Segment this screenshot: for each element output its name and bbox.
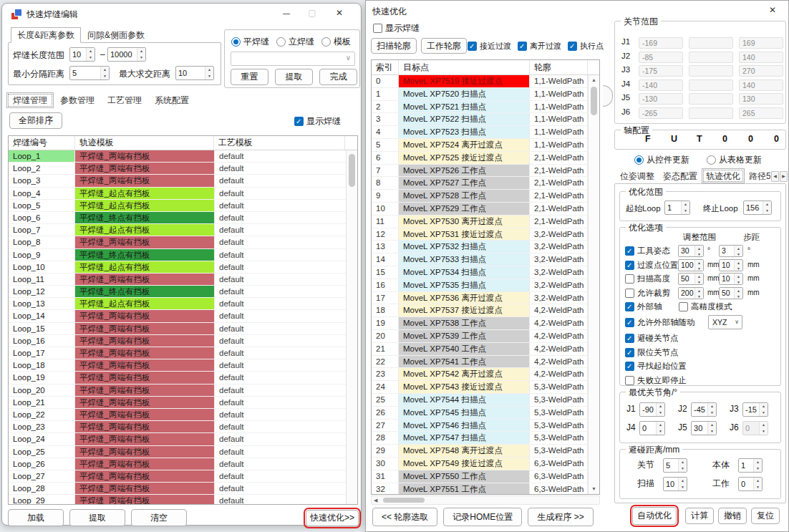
group-button[interactable]: 提取 bbox=[275, 69, 313, 85]
weld-type-radio[interactable]: 模板 bbox=[321, 36, 351, 48]
option-checkbox[interactable] bbox=[625, 274, 634, 284]
point-row[interactable]: 29MoveL XP7548 离开过渡点5,3-WeldPath bbox=[372, 445, 599, 458]
point-row[interactable]: 11MoveL XP7530 离开过渡点2,1-WeldPath bbox=[372, 216, 599, 228]
settings-tab[interactable]: 轨迹优化 bbox=[702, 168, 745, 183]
spinner-up-icon[interactable]: ▲ bbox=[695, 246, 703, 251]
spinner-down-icon[interactable]: ▼ bbox=[679, 465, 687, 472]
table-row[interactable]: Loop_18平焊缝_两端有挡板default bbox=[9, 359, 357, 372]
spinner-down-icon[interactable]: ▼ bbox=[695, 251, 703, 257]
spinner-down-icon[interactable]: ▼ bbox=[754, 484, 762, 490]
table-row[interactable]: Loop_25平焊缝_两端有挡板default bbox=[9, 446, 357, 458]
spinner[interactable]: 200▲▼ bbox=[678, 287, 704, 299]
spinner[interactable]: 10▲▼ bbox=[719, 259, 743, 271]
spinner[interactable]: 30▲▼ bbox=[678, 245, 704, 257]
point-table-hscrollbar[interactable]: ◀ bbox=[371, 495, 600, 505]
spinner-up-icon[interactable]: ▲ bbox=[735, 274, 742, 279]
table-row[interactable]: Loop_5平焊缝_起点有挡板default bbox=[9, 200, 357, 212]
table-row[interactable]: Loop_13平焊缝_起点有挡板default bbox=[9, 298, 357, 310]
external-axis-checkbox[interactable] bbox=[625, 302, 634, 311]
panel-collapse-handle[interactable] bbox=[603, 85, 613, 107]
checkbox[interactable] bbox=[468, 42, 477, 51]
spinner[interactable]: 0▲▼ bbox=[738, 477, 763, 491]
table-row[interactable]: Loop_1平焊缝_两端有挡板default bbox=[9, 150, 357, 163]
option-checkbox[interactable] bbox=[625, 261, 634, 270]
param-tab[interactable]: 长度&距离参数 bbox=[11, 27, 81, 43]
point-row[interactable]: 16MoveL XP7535 扫描点3,2-WeldPath bbox=[372, 279, 599, 292]
spinner-up-icon[interactable]: ▲ bbox=[101, 67, 109, 73]
spinner[interactable]: 0▲▼ bbox=[639, 421, 665, 435]
table-row[interactable]: Loop_9平焊缝_终点有挡板default bbox=[9, 249, 357, 261]
table-row[interactable]: Loop_12平焊缝_终点有挡板default bbox=[9, 286, 357, 298]
spinner-up-icon[interactable]: ▲ bbox=[682, 201, 689, 208]
spinner-down-icon[interactable]: ▼ bbox=[657, 410, 664, 416]
group-button[interactable]: 重置 bbox=[231, 69, 268, 85]
table-row[interactable]: Loop_3平焊缝_两端有挡板default bbox=[9, 175, 357, 187]
point-row[interactable]: 21MoveL XP7540 工作点4,2-WeldPath bbox=[372, 343, 599, 356]
spinner-down-icon[interactable]: ▼ bbox=[695, 266, 703, 271]
option-checkbox[interactable] bbox=[625, 246, 634, 256]
opt-bottom-button[interactable]: 生成程序 >> bbox=[528, 508, 593, 526]
main-tab[interactable]: 工艺管理 bbox=[101, 92, 148, 108]
point-row[interactable]: 7MoveL XP7526 工作点2,1-WeldPath bbox=[372, 165, 599, 178]
point-row[interactable]: 12MoveL XP7531 接近过渡点3,2-WeldPath bbox=[372, 228, 599, 241]
spinner-up-icon[interactable]: ▲ bbox=[708, 422, 716, 428]
spinner[interactable]: 0▲▼ bbox=[742, 421, 768, 435]
spinner-up-icon[interactable]: ▲ bbox=[735, 260, 742, 266]
update-mode-radio[interactable]: 从控件更新 bbox=[634, 154, 689, 166]
table-row[interactable]: Loop_8平焊缝_两端有挡板default bbox=[9, 236, 357, 248]
scroll-down-icon[interactable]: ▼ bbox=[589, 484, 599, 494]
target-point-table[interactable]: 索引 目标点 轮廓 0MoveL XP7519 接近过渡点1,1-WeldPat… bbox=[371, 59, 600, 495]
spinner[interactable]: 156▲▼ bbox=[743, 200, 772, 215]
settings-tab[interactable]: 姿态配置 bbox=[659, 168, 702, 183]
spinner[interactable]: 1▲▼ bbox=[738, 458, 763, 473]
main-tab[interactable]: 参数管理 bbox=[54, 92, 101, 108]
bottom-button[interactable]: 提取 bbox=[69, 509, 125, 526]
point-row[interactable]: 18MoveL XP7537 接近过渡点4,2-WeldPath bbox=[372, 304, 599, 317]
group-button[interactable]: 完成 bbox=[319, 69, 357, 85]
radio[interactable] bbox=[707, 155, 716, 165]
spinner[interactable]: 50▲▼ bbox=[678, 273, 704, 285]
option-checkbox[interactable] bbox=[625, 376, 634, 385]
spinner-down-icon[interactable]: ▼ bbox=[695, 279, 703, 285]
option-checkbox[interactable] bbox=[625, 289, 634, 298]
settings-button[interactable]: 撤销 bbox=[718, 508, 747, 524]
spinner-up-icon[interactable]: ▲ bbox=[695, 274, 703, 279]
spinner-down-icon[interactable]: ▼ bbox=[205, 73, 213, 79]
spinner-down-icon[interactable]: ▼ bbox=[735, 279, 742, 285]
radio[interactable] bbox=[321, 37, 331, 47]
opt-bottom-button[interactable]: 记录HOME位置 bbox=[443, 508, 522, 526]
point-row[interactable]: 27MoveL XP7546 扫描点5,3-WeldPath bbox=[372, 420, 599, 432]
settings-button[interactable]: 计算 bbox=[685, 508, 714, 524]
point-row[interactable]: 15MoveL XP7534 扫描点3,2-WeldPath bbox=[372, 266, 599, 279]
point-row[interactable]: 26MoveL XP7545 扫描点5,3-WeldPath bbox=[372, 407, 599, 420]
option-checkbox[interactable] bbox=[625, 348, 634, 357]
table-row[interactable]: Loop_2平焊缝_两端有挡板default bbox=[9, 163, 357, 175]
table-row[interactable]: Loop_11平焊缝_两端有挡板default bbox=[9, 274, 357, 286]
vertical-scrollbar[interactable] bbox=[346, 150, 357, 504]
auto-optimize-button[interactable]: 自动优化 bbox=[632, 507, 677, 525]
high-precision-checkbox[interactable] bbox=[679, 302, 688, 311]
spinner[interactable]: 3▲▼ bbox=[719, 245, 743, 257]
point-filter-check[interactable]: 执行点 bbox=[568, 41, 604, 52]
spinner-up-icon[interactable]: ▲ bbox=[137, 48, 145, 54]
bottom-button[interactable]: 加载 bbox=[8, 509, 64, 526]
opt-bottom-button[interactable]: << 轮廓选取 bbox=[372, 508, 437, 526]
main-tab[interactable]: 焊缝管理 bbox=[6, 92, 54, 108]
point-row[interactable]: 9MoveL XP7528 工作点2,1-WeldPath bbox=[372, 190, 599, 203]
table-row[interactable]: Loop_14平焊缝_两端有挡板default bbox=[9, 310, 357, 322]
spinner-down-icon[interactable]: ▼ bbox=[708, 410, 716, 416]
show-weld-toggle[interactable]: 显示焊缝 bbox=[294, 115, 341, 127]
point-row[interactable]: 28MoveL XP7547 扫描点5,3-WeldPath bbox=[372, 432, 599, 445]
point-row[interactable]: 13MoveL XP7532 扫描点3,2-WeldPath bbox=[372, 241, 599, 253]
contour-filter-button[interactable]: 扫描轮廓 bbox=[371, 38, 417, 54]
weld-type-radio[interactable]: 立焊缝 bbox=[276, 36, 314, 48]
option-checkbox[interactable] bbox=[625, 362, 634, 371]
table-row[interactable]: Loop_27平焊缝_两端有挡板default bbox=[9, 470, 357, 483]
table-row[interactable]: Loop_28平焊缝_两端有挡板default bbox=[9, 483, 357, 495]
spinner[interactable]: 5▲▼ bbox=[69, 66, 110, 80]
table-row[interactable]: Loop_16平焊缝_两端有挡板default bbox=[9, 335, 357, 347]
checkbox[interactable] bbox=[568, 42, 577, 51]
spinner-up-icon[interactable]: ▲ bbox=[760, 422, 768, 428]
spinner-up-icon[interactable]: ▲ bbox=[657, 422, 664, 428]
tab-scroll-right-icon[interactable]: ▶ bbox=[780, 171, 788, 182]
